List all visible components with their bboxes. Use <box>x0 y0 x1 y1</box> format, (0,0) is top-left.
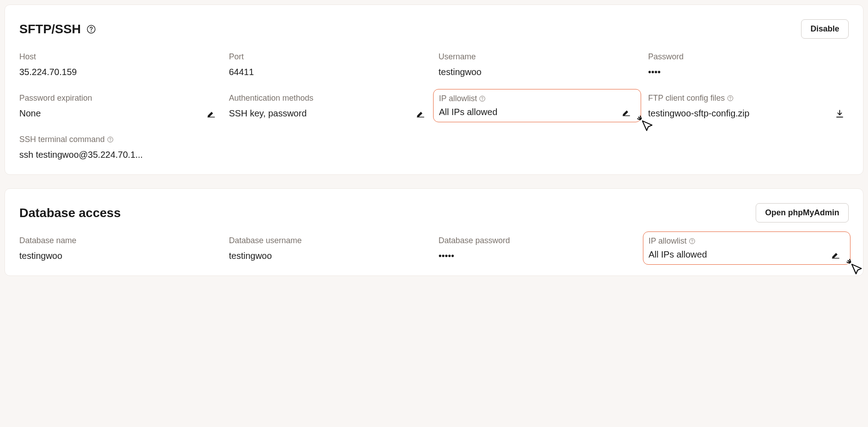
port-label: Port <box>229 52 430 62</box>
open-phpmyadmin-button[interactable]: Open phpMyAdmin <box>756 203 849 222</box>
db-user-label: Database username <box>229 236 430 245</box>
edit-icon[interactable] <box>622 108 631 117</box>
auth-methods-field: Authentication methods SSH key, password <box>229 93 430 119</box>
db-name-label: Database name <box>19 236 220 245</box>
ftp-config-field: FTP client config files testingwoo-sftp-… <box>648 93 849 119</box>
sftp-header: SFTP/SSH Disable <box>19 19 849 39</box>
help-icon[interactable] <box>726 95 734 102</box>
download-icon[interactable] <box>835 109 844 118</box>
port-field: Port 64411 <box>229 52 430 77</box>
disable-button[interactable]: Disable <box>801 19 849 39</box>
ssh-cmd-value: ssh testingwoo@35.224.70.1... <box>19 150 220 160</box>
ip-allowlist-highlight: IP allowlist All IPs allowed <box>433 89 641 122</box>
password-label: Password <box>648 52 849 62</box>
edit-icon[interactable] <box>831 250 840 259</box>
cursor-icon <box>846 259 864 276</box>
pw-exp-label: Password expiration <box>19 93 220 103</box>
pw-expiration-field: Password expiration None <box>19 93 220 119</box>
ftp-config-value: testingwoo-sftp-config.zip <box>648 108 750 119</box>
db-grid: Database name testingwoo Database userna… <box>19 236 849 261</box>
host-value: 35.224.70.159 <box>19 67 220 77</box>
ssh-cmd-label: SSH terminal command <box>19 135 220 144</box>
auth-value: SSH key, password <box>229 108 307 119</box>
db-ip-allowlist-field-wrap: IP allowlist All IPs allowed <box>648 236 849 261</box>
help-icon[interactable] <box>106 136 114 143</box>
ip-allowlist-field-wrap: IP allowlist All IPs allowed <box>438 93 639 119</box>
db-allowlist-label: IP allowlist <box>649 236 845 246</box>
sftp-ssh-card: SFTP/SSH Disable Host 35.224.70.159 Port… <box>4 4 864 175</box>
db-pw-field: Database password ••••• <box>438 236 639 261</box>
db-pw-value: ••••• <box>438 251 639 261</box>
ftp-config-label: FTP client config files <box>648 93 849 103</box>
ip-allowlist-value: All IPs allowed <box>439 107 497 117</box>
db-pw-label: Database password <box>438 236 639 245</box>
password-field: Password •••• <box>648 52 849 77</box>
db-allowlist-value: All IPs allowed <box>649 249 707 260</box>
pw-exp-value: None <box>19 108 41 119</box>
auth-label: Authentication methods <box>229 93 430 103</box>
sftp-title: SFTP/SSH <box>19 22 81 36</box>
help-icon[interactable] <box>86 24 96 34</box>
sftp-grid: Host 35.224.70.159 Port 64411 Username t… <box>19 52 849 160</box>
ssh-command-field: SSH terminal command ssh testingwoo@35.2… <box>19 135 220 160</box>
help-icon[interactable] <box>688 238 695 245</box>
db-user-field: Database username testingwoo <box>229 236 430 261</box>
password-value: •••• <box>648 67 849 77</box>
username-label: Username <box>438 52 639 62</box>
sftp-title-wrap: SFTP/SSH <box>19 22 96 36</box>
username-field: Username testingwoo <box>438 52 639 77</box>
db-name-value: testingwoo <box>19 251 220 261</box>
edit-icon[interactable] <box>207 109 216 118</box>
edit-icon[interactable] <box>416 109 425 118</box>
db-user-value: testingwoo <box>229 251 430 261</box>
port-value: 64411 <box>229 67 430 77</box>
db-ip-allowlist-highlight: IP allowlist All IPs allowed <box>643 231 851 265</box>
database-access-card: Database access Open phpMyAdmin Database… <box>4 188 864 276</box>
ip-allowlist-label: IP allowlist <box>439 94 635 103</box>
db-header: Database access Open phpMyAdmin <box>19 203 849 222</box>
username-value: testingwoo <box>438 67 639 77</box>
host-label: Host <box>19 52 220 62</box>
host-field: Host 35.224.70.159 <box>19 52 220 77</box>
db-name-field: Database name testingwoo <box>19 236 220 261</box>
db-title: Database access <box>19 206 121 220</box>
help-icon[interactable] <box>479 95 486 102</box>
